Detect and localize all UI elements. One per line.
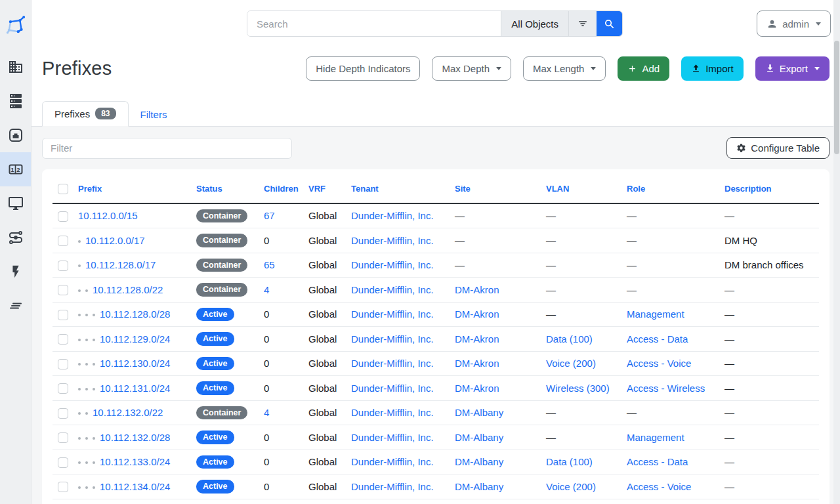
- site-link[interactable]: DM-Albany: [455, 432, 503, 443]
- row-checkbox[interactable]: [58, 457, 68, 468]
- role-link[interactable]: Access - Wireless: [627, 383, 705, 394]
- search-input[interactable]: [247, 11, 501, 36]
- prefix-link[interactable]: 10.112.130.0/24: [100, 358, 170, 369]
- role-link[interactable]: Management: [627, 308, 684, 320]
- hide-depth-indicators-button[interactable]: Hide Depth Indicators: [306, 56, 420, 81]
- children-link[interactable]: 4: [264, 407, 269, 418]
- children-link[interactable]: 65: [264, 259, 275, 270]
- add-button[interactable]: Add: [618, 56, 669, 81]
- tenant-link[interactable]: Dunder-Mifflin, Inc.: [351, 284, 434, 295]
- prefix-link[interactable]: 10.112.0.0/15: [78, 210, 138, 221]
- site-link[interactable]: DM-Albany: [455, 481, 503, 492]
- prefix-link[interactable]: 10.112.0.0/17: [85, 235, 145, 246]
- row-checkbox[interactable]: [58, 310, 68, 320]
- sidebar-item-devices[interactable]: [0, 84, 31, 118]
- vlan-link[interactable]: Voice (200): [546, 481, 596, 492]
- tenant-link[interactable]: Dunder-Mifflin, Inc.: [351, 210, 434, 221]
- row-checkbox[interactable]: [58, 383, 68, 394]
- site-link[interactable]: DM-Akron: [455, 284, 499, 295]
- site-link[interactable]: DM-Akron: [455, 383, 499, 394]
- vlan-link[interactable]: Voice (200): [546, 358, 596, 369]
- column-header-role[interactable]: Role: [621, 175, 719, 203]
- site-link[interactable]: DM-Akron: [455, 358, 499, 369]
- prefix-link[interactable]: 10.112.128.0/28: [100, 308, 170, 320]
- tenant-link[interactable]: Dunder-Mifflin, Inc.: [351, 358, 434, 369]
- export-dropdown[interactable]: Export: [755, 56, 830, 81]
- column-header-site[interactable]: Site: [450, 175, 541, 203]
- ethernet-port-icon: [8, 127, 24, 143]
- tenant-link[interactable]: Dunder-Mifflin, Inc.: [351, 432, 434, 443]
- prefix-link[interactable]: 10.112.129.0/24: [100, 333, 170, 345]
- children-link[interactable]: 67: [264, 210, 275, 221]
- prefix-link[interactable]: 10.112.132.0/22: [93, 407, 163, 418]
- user-menu-button[interactable]: admin: [757, 10, 831, 37]
- tenant-link[interactable]: Dunder-Mifflin, Inc.: [351, 481, 434, 492]
- scrollbar-thumb[interactable]: [834, 41, 839, 154]
- row-checkbox[interactable]: [58, 236, 68, 246]
- sidebar-item-virtualization[interactable]: [0, 186, 31, 220]
- column-header-children[interactable]: Children: [259, 175, 303, 203]
- import-button[interactable]: Import: [681, 56, 744, 81]
- sidebar-item-provisioning[interactable]: [0, 289, 31, 323]
- search-filter-button[interactable]: [568, 11, 597, 36]
- scrollbar-track[interactable]: [833, 0, 840, 504]
- tenant-link[interactable]: Dunder-Mifflin, Inc.: [351, 259, 434, 270]
- tenant-link[interactable]: Dunder-Mifflin, Inc.: [351, 407, 434, 418]
- sidebar-item-circuits[interactable]: [0, 220, 31, 255]
- tenant-link[interactable]: Dunder-Mifflin, Inc.: [351, 383, 434, 394]
- max-depth-dropdown[interactable]: Max Depth: [432, 56, 511, 81]
- site-link[interactable]: DM-Albany: [455, 456, 503, 467]
- row-checkbox[interactable]: [58, 408, 68, 419]
- role-link[interactable]: Access - Voice: [627, 481, 691, 492]
- tenant-link[interactable]: Dunder-Mifflin, Inc.: [351, 333, 434, 345]
- sidebar-item-power[interactable]: [0, 255, 31, 289]
- max-length-dropdown[interactable]: Max Length: [523, 56, 606, 81]
- row-checkbox[interactable]: [58, 334, 68, 345]
- role-link[interactable]: Access - Data: [627, 456, 688, 467]
- row-checkbox[interactable]: [58, 482, 68, 492]
- sidebar-item-connections[interactable]: [0, 118, 31, 152]
- search-scope-button[interactable]: All Objects: [501, 11, 568, 36]
- row-checkbox[interactable]: [58, 359, 68, 369]
- column-header-tenant[interactable]: Tenant: [346, 175, 450, 203]
- role-link[interactable]: Access - Voice: [627, 358, 691, 369]
- row-checkbox[interactable]: [58, 432, 68, 443]
- column-header-prefix[interactable]: Prefix: [73, 175, 191, 203]
- column-header-status[interactable]: Status: [191, 175, 259, 203]
- sidebar-item-organization[interactable]: [0, 50, 31, 84]
- site-link[interactable]: DM-Akron: [455, 333, 499, 345]
- prefix-link[interactable]: 10.112.128.0/17: [85, 259, 156, 270]
- vlan-link[interactable]: Wireless (300): [546, 383, 610, 394]
- prefix-link[interactable]: 10.112.131.0/24: [100, 383, 170, 394]
- vlan-link[interactable]: Data (100): [546, 456, 593, 467]
- column-header-vrf[interactable]: VRF: [303, 175, 346, 203]
- children-link[interactable]: 4: [264, 284, 269, 295]
- prefix-link[interactable]: 10.112.128.0/22: [93, 284, 163, 295]
- site-link[interactable]: DM-Akron: [455, 308, 499, 320]
- site-link[interactable]: DM-Albany: [455, 407, 503, 418]
- search-submit-button[interactable]: [597, 11, 622, 36]
- vlan-link[interactable]: Data (100): [546, 333, 593, 345]
- configure-table-button[interactable]: Configure Table: [726, 137, 830, 159]
- row-checkbox[interactable]: [58, 285, 68, 295]
- prefix-link[interactable]: 10.112.132.0/28: [100, 432, 170, 443]
- tab-filters[interactable]: Filters: [129, 103, 179, 127]
- netbox-logo[interactable]: [0, 0, 31, 50]
- tenant-link[interactable]: Dunder-Mifflin, Inc.: [351, 456, 434, 467]
- role-link[interactable]: Management: [627, 432, 684, 443]
- row-checkbox[interactable]: [58, 261, 68, 271]
- sidebar-item-ipam[interactable]: 1 2: [0, 152, 31, 186]
- role-link[interactable]: Access - Data: [627, 333, 688, 345]
- row-checkbox[interactable]: [58, 211, 68, 222]
- column-header-description[interactable]: Description: [719, 175, 819, 203]
- table-filter-input[interactable]: [42, 138, 292, 159]
- column-header-vlan[interactable]: VLAN: [541, 175, 621, 203]
- tenant-link[interactable]: Dunder-Mifflin, Inc.: [351, 308, 434, 320]
- vlan-cell: Wireless (300): [541, 499, 621, 504]
- tenant-link[interactable]: Dunder-Mifflin, Inc.: [351, 235, 434, 246]
- site-cell: DM-Albany: [450, 499, 541, 504]
- prefix-link[interactable]: 10.112.133.0/24: [100, 456, 170, 467]
- select-all-checkbox[interactable]: [58, 184, 68, 194]
- tab-prefixes[interactable]: Prefixes 83: [42, 101, 129, 127]
- prefix-link[interactable]: 10.112.134.0/24: [100, 481, 170, 492]
